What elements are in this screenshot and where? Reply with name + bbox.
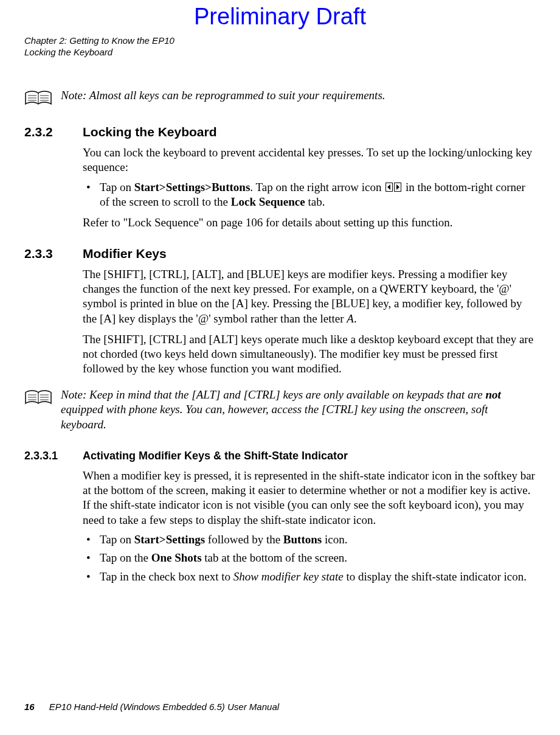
note-block-1: Note: Almost all keys can be reprogramme…: [24, 88, 536, 108]
note-block-2: Note: Keep in mind that the [ALT] and [C…: [24, 388, 536, 433]
text-run: .: [354, 312, 357, 325]
text-run: . Tap on the right arrow icon: [250, 181, 384, 193]
section-title: Modifier Keys: [83, 246, 167, 261]
paragraph: You can lock the keyboard to prevent acc…: [83, 145, 536, 175]
book-icon: [24, 389, 52, 407]
paragraph: The [SHIFT], [CTRL] and [ALT] keys opera…: [83, 332, 536, 377]
text-bold: Buttons: [283, 533, 322, 546]
text-italic: A: [347, 312, 354, 325]
note-2-label: Note:: [61, 388, 86, 401]
footer-title: EP10 Hand-Held (Windows Embedded 6.5) Us…: [49, 702, 279, 712]
text-run: tab at the bottom of the screen.: [202, 551, 348, 564]
list-item: Tap on Start>Settings followed by the Bu…: [83, 532, 536, 547]
page-number: 16: [24, 702, 35, 712]
note-1-body: Almost all keys can be reprogrammed to s…: [89, 89, 385, 102]
text-italic: Show modifier key state: [233, 570, 344, 583]
paragraph: The [SHIFT], [CTRL], [ALT], and [BLUE] k…: [83, 267, 536, 326]
book-icon: [24, 89, 52, 108]
text-run: Tap in the check box next to: [100, 570, 233, 583]
text-run: Tap on: [100, 181, 134, 193]
section-number: 2.3.2: [24, 125, 67, 139]
section-2-3-3-1-body: When a modifier key is pressed, it is re…: [83, 469, 536, 584]
note-2-text: Note: Keep in mind that the [ALT] and [C…: [61, 388, 536, 433]
list-item: Tap on Start>Settings>Buttons. Tap on th…: [83, 180, 536, 210]
page-footer: 16 EP10 Hand-Held (Windows Embedded 6.5)…: [24, 702, 279, 712]
bullet-list: Tap on Start>Settings followed by the Bu…: [83, 532, 536, 584]
list-item: Tap on the One Shots tab at the bottom o…: [83, 551, 536, 565]
section-2-3-3-body: The [SHIFT], [CTRL], [ALT], and [BLUE] k…: [83, 267, 536, 377]
text-run: tab.: [305, 195, 325, 208]
text-run: to display the shift-state indicator ico…: [344, 570, 527, 583]
note-2-body-bold: not: [486, 388, 501, 401]
text-run: icon.: [322, 533, 347, 546]
text-bold: Start>Settings>Buttons: [134, 181, 251, 193]
section-2-3-2-heading: 2.3.2 Locking the Keyboard: [24, 125, 536, 139]
note-2-body-a: Keep in mind that the [ALT] and [CTRL] k…: [89, 388, 486, 401]
note-1-text: Note: Almost all keys can be reprogramme…: [61, 88, 385, 103]
section-title: Locking the Keyboard: [83, 125, 217, 139]
section-title: Activating Modifier Keys & the Shift-Sta…: [83, 450, 348, 462]
note-2-body-c: equipped with phone keys. You can, howev…: [61, 403, 488, 431]
text-run: The [SHIFT], [CTRL], [ALT], and [BLUE] k…: [83, 268, 522, 325]
section-2-3-2-body: You can lock the keyboard to prevent acc…: [83, 145, 536, 231]
section-2-3-3-heading: 2.3.3 Modifier Keys: [24, 246, 536, 261]
text-bold: One Shots: [151, 551, 202, 564]
content-area: Note: Almost all keys can be reprogramme…: [24, 88, 536, 588]
text-run: followed by the: [205, 533, 283, 546]
text-bold: Start>Settings: [134, 533, 205, 546]
list-item: Tap in the check box next to Show modifi…: [83, 570, 536, 584]
paragraph: Refer to "Lock Sequence" on page 106 for…: [83, 215, 536, 230]
bullet-list: Tap on Start>Settings>Buttons. Tap on th…: [83, 180, 536, 210]
text-run: Tap on: [100, 533, 134, 546]
section-2-3-3-1-heading: 2.3.3.1 Activating Modifier Keys & the S…: [24, 450, 536, 462]
page: Preliminary Draft Chapter 2: Getting to …: [0, 0, 560, 735]
running-header-chapter: Chapter 2: Getting to Know the EP10: [24, 35, 175, 47]
note-1-label: Note:: [61, 89, 86, 102]
running-header: Chapter 2: Getting to Know the EP10 Lock…: [24, 35, 175, 58]
section-number: 2.3.3: [24, 246, 67, 261]
paragraph: When a modifier key is pressed, it is re…: [83, 469, 536, 528]
scroll-arrows-icon: [385, 181, 401, 190]
running-header-section: Locking the Keyboard: [24, 47, 175, 58]
section-number: 2.3.3.1: [24, 450, 67, 462]
text-bold: Lock Sequence: [231, 195, 305, 208]
watermark-text: Preliminary Draft: [0, 4, 560, 30]
text-run: Tap on the: [100, 551, 151, 564]
